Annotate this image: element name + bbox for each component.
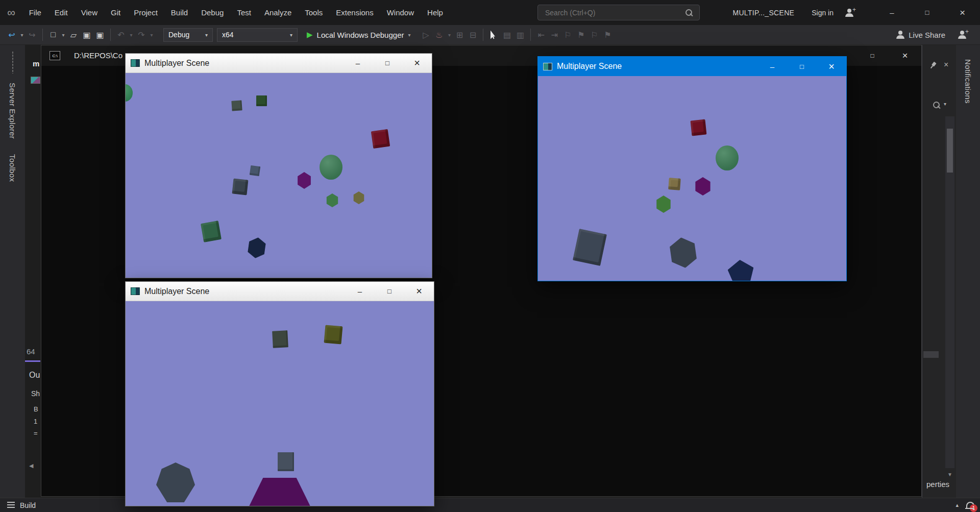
scene-title: Multiplayer Scene xyxy=(144,59,209,68)
search-box[interactable] xyxy=(537,5,700,20)
scene-shape-cube xyxy=(232,179,249,196)
open-file-icon[interactable]: ▱ xyxy=(67,28,80,42)
scene-close-button[interactable]: × xyxy=(817,57,846,76)
menu-item-tools[interactable]: Tools xyxy=(298,0,329,25)
scene-maximize-button[interactable]: □ xyxy=(373,54,402,72)
menu-item-help[interactable]: Help xyxy=(421,0,450,25)
pin-icon[interactable] xyxy=(929,61,937,71)
tab-toolbox[interactable]: Toolbox xyxy=(8,154,17,182)
menu-item-test[interactable]: Test xyxy=(230,0,258,25)
panel-close-icon[interactable]: × xyxy=(944,60,948,69)
scene-shape-circle xyxy=(320,155,342,180)
scene-window-bottom[interactable]: Multiplayer Scene – □ × xyxy=(125,281,434,506)
scene-shape-circle xyxy=(716,145,739,170)
split-window-icon[interactable]: ▥ xyxy=(514,28,526,42)
horizontal-scrollbar-fragment[interactable] xyxy=(923,351,939,358)
hscroll-left-arrow-icon[interactable]: ◀ xyxy=(29,462,33,469)
scrollbar-down-icon[interactable]: ▼ xyxy=(945,469,954,479)
redo-icon[interactable]: ↷ xyxy=(135,28,148,42)
scene-viewport xyxy=(126,73,432,278)
menu-item-extensions[interactable]: Extensions xyxy=(329,0,380,25)
scene-close-button[interactable]: × xyxy=(404,282,434,301)
output-line-partial-3: = xyxy=(34,429,38,437)
bookmark-list-icon[interactable]: ⚐ xyxy=(588,28,600,42)
editor-window-icon[interactable]: ▤ xyxy=(501,28,513,42)
save-icon[interactable]: ▣ xyxy=(81,28,93,42)
next-bookmark-icon[interactable]: ⚑ xyxy=(575,28,587,42)
save-all-icon[interactable]: ▣ xyxy=(94,28,106,42)
scene-titlebar[interactable]: Multiplayer Scene – □ × xyxy=(126,54,432,73)
menu-item-debug[interactable]: Debug xyxy=(194,0,230,25)
solution-platform-dropdown[interactable]: x64 ▾ xyxy=(217,28,298,42)
indent-increase-icon[interactable]: ⇥ xyxy=(548,28,560,42)
scene-minimize-button[interactable]: – xyxy=(345,282,375,301)
search-input[interactable] xyxy=(545,9,685,17)
debug-target-dropdown-icon[interactable]: ▾ xyxy=(408,32,414,38)
scene-minimize-button[interactable]: – xyxy=(757,57,787,76)
navigate-back-icon[interactable]: ↩ xyxy=(6,28,18,42)
vs-maximize-button[interactable]: □ xyxy=(910,0,945,25)
menu-item-build[interactable]: Build xyxy=(164,0,194,25)
hot-reload-dropdown-icon[interactable]: ▾ xyxy=(446,28,452,42)
navigate-forward-icon[interactable]: ↪ xyxy=(26,28,38,42)
account-add-icon[interactable]: + xyxy=(845,9,854,17)
menu-item-window[interactable]: Window xyxy=(380,0,421,25)
scene-shape-hexagon xyxy=(297,172,312,189)
menu-item-view[interactable]: View xyxy=(75,0,104,25)
console-close-button[interactable]: × xyxy=(889,45,921,66)
desktop: ∞ FileEditViewGitProjectBuildDebugTestAn… xyxy=(0,0,980,512)
select-cursor-icon[interactable] xyxy=(487,28,500,42)
editor-tab-partial-label[interactable]: m xyxy=(33,59,39,68)
menu-item-analyze[interactable]: Analyze xyxy=(258,0,298,25)
clear-bookmarks-icon[interactable]: ⚑ xyxy=(601,28,614,42)
live-share-button[interactable]: Live Share xyxy=(896,31,945,39)
notifications-bell-icon[interactable]: 1 xyxy=(966,502,974,509)
solution-configuration-dropdown[interactable]: Debug ▾ xyxy=(163,28,213,42)
scene-maximize-button[interactable]: □ xyxy=(375,282,404,301)
start-debugging-button[interactable]: ▶ Local Windows Debugger ▾ xyxy=(307,30,414,39)
scrollbar-thumb[interactable] xyxy=(947,129,953,173)
console-maximize-button[interactable]: □ xyxy=(856,45,889,66)
background-tasks-icon[interactable] xyxy=(7,502,15,508)
navigate-back-dropdown-icon[interactable]: ▾ xyxy=(19,28,25,42)
live-share-icon xyxy=(896,31,905,39)
hot-reload-icon[interactable]: ♨ xyxy=(433,28,445,42)
vs-close-button[interactable]: × xyxy=(945,0,980,25)
scene-window-right-active[interactable]: Multiplayer Scene – □ × xyxy=(537,56,847,281)
menu-item-project[interactable]: Project xyxy=(127,0,164,25)
scene-close-button[interactable]: × xyxy=(402,54,432,72)
vertical-scrollbar[interactable] xyxy=(945,116,954,468)
feedback-person-icon[interactable]: + xyxy=(958,31,967,39)
new-file-icon[interactable]: □ xyxy=(47,28,59,42)
menu-item-edit[interactable]: Edit xyxy=(48,0,75,25)
undo-dropdown-icon[interactable]: ▾ xyxy=(128,28,134,42)
menu-item-git[interactable]: Git xyxy=(104,0,127,25)
previous-bookmark-icon[interactable]: ⚐ xyxy=(561,28,574,42)
scene-titlebar[interactable]: Multiplayer Scene – □ × xyxy=(538,57,846,76)
restart-icon[interactable]: ⊟ xyxy=(467,28,479,42)
tab-properties-partial[interactable]: perties xyxy=(926,480,949,489)
indent-decrease-icon[interactable]: ⇤ xyxy=(535,28,547,42)
scene-window-top-left[interactable]: Multiplayer Scene – □ × xyxy=(125,53,432,278)
panel-search-dropdown-icon[interactable]: ▾ xyxy=(944,101,946,107)
new-file-dropdown-icon[interactable]: ▾ xyxy=(60,28,66,42)
vs-minimize-button[interactable]: – xyxy=(874,0,910,25)
sign-in-button[interactable]: Sign in xyxy=(812,9,834,17)
menu-item-file[interactable]: File xyxy=(22,0,48,25)
chevron-down-icon: ▾ xyxy=(200,32,208,38)
tab-notifications[interactable]: Notifications xyxy=(964,59,972,104)
tab-server-explorer[interactable]: Server Explorer xyxy=(8,83,17,139)
scene-maximize-button[interactable]: □ xyxy=(787,57,817,76)
status-expand-icon[interactable]: ▴ xyxy=(955,502,959,508)
scene-titlebar[interactable]: Multiplayer Scene – □ × xyxy=(126,282,434,301)
scene-minimize-button[interactable]: – xyxy=(343,54,373,72)
visual-studio-logo-icon: ∞ xyxy=(7,6,15,19)
scene-shape-hexagon xyxy=(667,235,700,270)
run-without-debugging-icon[interactable]: ▷ xyxy=(420,28,432,42)
vs-window-controls: – □ × xyxy=(874,0,980,25)
redo-dropdown-icon[interactable]: ▾ xyxy=(149,28,155,42)
undo-icon[interactable]: ↶ xyxy=(115,28,127,42)
break-all-icon[interactable]: ⊞ xyxy=(453,28,465,42)
left-panel-edge xyxy=(25,45,41,498)
panel-search-icon[interactable] xyxy=(933,101,941,111)
